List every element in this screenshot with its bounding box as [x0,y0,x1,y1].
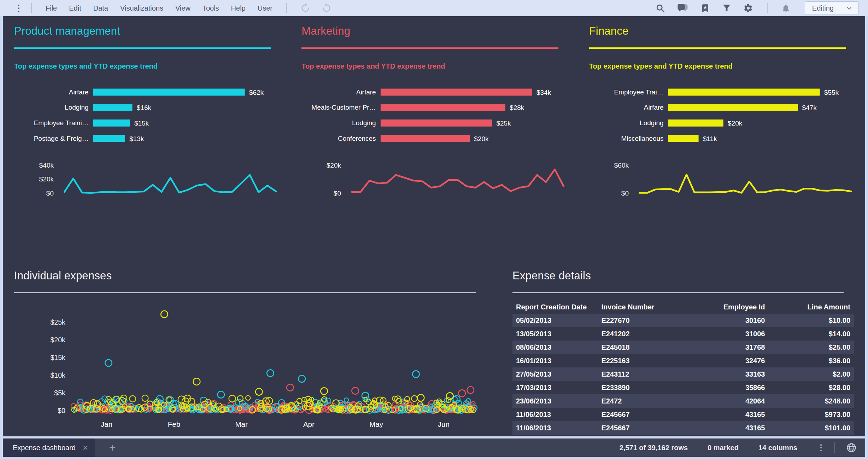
table-cell: E233890 [598,381,684,394]
table-cell: E227670 [598,314,684,327]
table-cell: E2472 [598,394,684,408]
globe-icon[interactable] [838,442,865,453]
column-header[interactable]: Line Amount [769,300,854,314]
table-cell: 08/06/2013 [512,341,598,354]
column-header[interactable]: Invoice Number [598,300,684,314]
table-header-row: Report Creation DateInvoice NumberEmploy… [512,300,854,314]
panel-title: Marketing [301,25,566,37]
status-bar: Expense dashboard × + 2,571 of 39,162 ro… [3,438,865,457]
panel-expense-details: Expense details Report Creation DateInvo… [501,261,865,436]
panel-individual-expenses: Individual expenses $0$5k$10k$15k$20k$25… [3,261,501,436]
table-cell: 17/03/2013 [512,381,598,394]
table-cell: 11/06/2013 [512,408,598,421]
line-chart-marketing[interactable]: $20k$0 [301,152,566,202]
svg-text:$40k: $40k [39,162,54,169]
menu-item-help[interactable]: Help [225,4,252,12]
table-row[interactable]: 13/05/2013E24120231006$14.00 [512,327,854,341]
table-cell: E245018 [598,341,684,354]
mode-selector[interactable]: Editing [805,1,859,15]
expense-details-table[interactable]: Report Creation DateInvoice NumberEmploy… [512,300,854,435]
table-row[interactable]: 16/01/2013E22516332476$36.00 [512,354,854,367]
table-cell: 23/06/2013 [512,394,598,408]
kebab-menu-icon[interactable]: ⋮ [817,443,825,452]
svg-text:$13k: $13k [129,135,144,143]
table-cell: E245667 [598,408,684,421]
svg-text:Airfare: Airfare [69,88,89,96]
svg-text:Jun: Jun [438,420,450,428]
comments-icon[interactable] [671,4,694,13]
line-chart-finance[interactable]: $60k$0 [589,152,854,202]
panel-subtitle: Top expense types and YTD expense trend [14,62,279,70]
line-chart-product-management[interactable]: $40k$20k$0 [14,152,279,202]
svg-text:$25k: $25k [50,318,65,326]
bar-chart-finance[interactable]: Employee Trai…$55kAirfare$47kLodging$20k… [589,86,854,150]
column-count[interactable]: 14 columns [758,444,797,452]
panel-title: Finance [589,25,854,37]
table-cell: $973.00 [769,408,854,421]
redo-icon[interactable] [316,3,337,13]
table-cell: $14.00 [769,327,854,341]
menu-item-user[interactable]: User [252,4,278,12]
bottom-panels-row: Individual expenses $0$5k$10k$15k$20k$25… [3,261,865,436]
kebab-menu-icon[interactable]: ⋮ [14,4,23,13]
menubar: ⋮ FileEditDataVisualizationsViewToolsHel… [0,0,868,16]
svg-text:$16k: $16k [137,104,152,111]
svg-text:Airfare: Airfare [356,88,376,96]
menu-item-tools[interactable]: Tools [197,4,225,12]
panel-subtitle: Top expense types and YTD expense trend [301,62,566,70]
undo-icon[interactable] [295,3,316,13]
notifications-bell-icon[interactable] [775,4,796,13]
table-cell: $248.00 [769,394,854,408]
svg-text:$60k: $60k [614,162,629,169]
svg-text:Conferences: Conferences [338,135,376,142]
menu-item-data[interactable]: Data [87,4,114,12]
table-cell: 31006 [683,327,769,341]
table-row[interactable]: 05/02/2013E22767030160$10.00 [512,314,854,327]
table-row[interactable]: 08/06/2013E24501831768$25.00 [512,341,854,354]
bar-chart-product-management[interactable]: Airfare$62kLodging$16kEmployee Traini…$1… [14,86,279,150]
table-cell: $101.00 [769,421,854,435]
table-cell: 43165 [683,408,769,421]
row-count[interactable]: 2,571 of 39,162 rows [620,444,688,452]
panel-title-underline [589,47,846,49]
svg-text:$0: $0 [334,190,341,197]
divider [31,3,32,13]
svg-text:Lodging: Lodging [352,119,376,127]
table-row[interactable]: 11/06/2013E24566743165$101.00 [512,421,854,435]
table-cell: 11/06/2013 [512,421,598,435]
search-icon[interactable] [650,4,671,13]
svg-text:$20k: $20k [728,120,743,127]
column-header[interactable]: Report Creation Date [512,300,598,314]
column-header[interactable]: Employee Id [683,300,769,314]
table-row[interactable]: 17/03/2013E23389035866$28.00 [512,381,854,394]
filter-icon[interactable] [716,4,737,13]
table-cell: 27/05/2013 [512,367,598,381]
svg-text:$47k: $47k [802,104,817,111]
tab-expense-dashboard[interactable]: Expense dashboard × [3,438,95,457]
table-cell: 42064 [683,394,769,408]
svg-text:$0: $0 [621,190,629,197]
table-row[interactable]: 27/05/2013E24311233163$2.00 [512,367,854,381]
panel-title-underline [14,292,476,293]
settings-gear-icon[interactable] [737,3,759,13]
menu-item-visualizations[interactable]: Visualizations [114,4,169,12]
divider [767,3,768,13]
table-cell: $25.00 [769,341,854,354]
table-cell: 32476 [683,354,769,367]
bookmark-icon[interactable] [694,4,716,13]
svg-text:$28k: $28k [510,104,525,111]
close-icon[interactable]: × [83,443,88,452]
table-row[interactable]: 11/06/2013E24566743165$973.00 [512,408,854,421]
menu-items: FileEditDataVisualizationsViewToolsHelpU… [40,4,278,12]
menu-item-file[interactable]: File [40,4,63,12]
table-cell: 30160 [683,314,769,327]
panel-title: Product management [14,25,279,37]
table-row[interactable]: 23/06/2013E247242064$248.00 [512,394,854,408]
panel-marketing: Marketing Top expense types and YTD expe… [290,16,577,261]
scatter-chart-individual-expenses[interactable]: $0$5k$10k$15k$20k$25kJanFebMarAprMayJun [14,298,490,436]
menu-item-view[interactable]: View [169,4,197,12]
bar-chart-marketing[interactable]: Airfare$34kMeals-Customer Pr…$28kLodging… [301,86,566,150]
marked-count[interactable]: 0 marked [708,444,739,452]
menu-item-edit[interactable]: Edit [63,4,87,12]
add-page-button[interactable]: + [95,441,130,454]
